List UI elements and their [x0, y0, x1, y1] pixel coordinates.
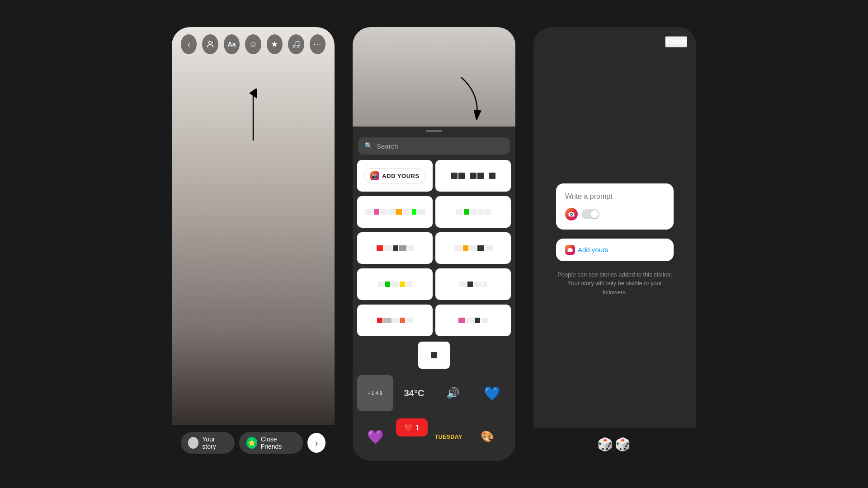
add-yours-link[interactable]: Add yours [565, 245, 665, 255]
tag-person-button[interactable]: + [202, 34, 218, 54]
sticker-quick-bar: ▪ 1 4 9 34°C 🔊 💙 [353, 372, 515, 414]
sticker-item-2[interactable] [357, 196, 433, 228]
camera-icon: 📷 [370, 171, 379, 180]
emoji-button[interactable]: ☺ [245, 34, 261, 54]
header: Done [533, 27, 696, 52]
search-bar[interactable]: 🔍 Search [358, 137, 510, 155]
emoji-icon: ☺ [249, 40, 257, 49]
tuesday-text: TUESDAY [435, 433, 462, 440]
toggle-camera-icon [565, 208, 578, 221]
add-yours-card: Add yours [556, 239, 674, 261]
text-button[interactable]: Aa [224, 34, 240, 54]
temp-sticker[interactable]: 34°C [396, 375, 432, 411]
sticker-item-6[interactable] [357, 268, 433, 300]
like-icon: ❤️ 1 [404, 423, 419, 432]
add-yours-badge: 📷 ADD YOURS [364, 168, 425, 183]
sound-sticker[interactable]: 🔊 [435, 375, 471, 411]
back-button[interactable]: ‹ [181, 34, 197, 54]
done-button[interactable]: Done [665, 36, 687, 47]
avatar [188, 437, 198, 449]
add-yours-sticker[interactable]: 📷 ADD YOURS [357, 160, 433, 192]
graffiti-sticker[interactable]: 🎨 [469, 418, 505, 455]
next-button[interactable]: › [307, 433, 326, 453]
add-camera-icon [565, 245, 575, 255]
sticker-item-4[interactable] [357, 232, 433, 264]
tuesday-sticker[interactable]: TUESDAY [430, 418, 467, 455]
sparkle-icon [270, 40, 278, 48]
svg-text:+: + [212, 41, 213, 43]
toggle-row [565, 208, 665, 221]
heart-sticker[interactable]: 💙 [474, 375, 510, 411]
sticker-sheet: 🔍 Search 📷 ADD YOURS [353, 127, 515, 461]
temp-label: 34°C [404, 388, 425, 399]
sound-label: 🔊 [446, 387, 460, 399]
sparkle-button[interactable] [267, 34, 283, 54]
sticker-item-8[interactable] [357, 305, 433, 336]
heart-2-sticker[interactable]: 💜 [357, 418, 393, 455]
counter-label: ▪ 1 4 9 [368, 390, 382, 396]
loading-sticker [418, 342, 450, 369]
sheet-handle [426, 130, 442, 132]
music-button[interactable] [288, 34, 304, 54]
toggle-switch[interactable] [581, 209, 599, 219]
dice-icon: 🎲🎲 [597, 437, 632, 452]
music-icon [292, 40, 300, 48]
bottom-bar: 🎲🎲 [533, 428, 696, 461]
story-preview [353, 27, 515, 127]
phone-3: Done [533, 27, 696, 461]
close-friends-button[interactable]: ⭐ Close Friends [239, 432, 303, 454]
info-text: People can see stories added to this sti… [556, 270, 674, 297]
text-icon: Aa [228, 41, 236, 48]
close-friends-label: Close Friends [261, 436, 296, 450]
prompt-input[interactable] [565, 192, 665, 201]
graffiti-icon: 🎨 [481, 430, 494, 443]
add-yours-canvas: Add yours People can see stories added t… [533, 52, 696, 428]
sticker-quick-bar-2: 💜 ❤️ 1 TUESDAY 🎨 [353, 416, 515, 457]
your-story-button[interactable]: Your story [181, 432, 235, 454]
your-story-label: Your story [202, 436, 227, 450]
next-icon: › [315, 438, 318, 448]
sticker-item-1[interactable] [435, 160, 511, 192]
add-yours-text: ADD YOURS [382, 173, 419, 179]
back-icon: ‹ [188, 40, 190, 49]
story-canvas [172, 61, 335, 425]
loading-row [353, 338, 515, 372]
arrow-down-annotation [452, 75, 488, 122]
heart-2-icon: 💜 [367, 429, 384, 445]
close-friends-icon: ⭐ [246, 437, 257, 449]
phone-1: ‹ + Aa ☺ ··· [172, 27, 335, 461]
bottom-bar: Your story ⭐ Close Friends › [172, 425, 335, 461]
phone-2: 🔍 Search 📷 ADD YOURS [353, 27, 515, 461]
sticker-grid: 📷 ADD YOURS [353, 160, 515, 338]
heart-label: 💙 [484, 385, 500, 401]
sticker-item-9[interactable] [435, 305, 511, 336]
search-placeholder: Search [377, 142, 398, 150]
arrow-annotation [244, 89, 262, 145]
sticker-item-5[interactable] [435, 232, 511, 264]
sticker-item-7[interactable] [435, 268, 511, 300]
add-yours-text: Add yours [578, 246, 609, 253]
more-icon: ··· [313, 40, 321, 49]
like-sticker[interactable]: ❤️ 1 [396, 418, 428, 436]
search-icon: 🔍 [364, 142, 373, 150]
sticker-item-3[interactable] [435, 196, 511, 228]
counter-sticker[interactable]: ▪ 1 4 9 [357, 375, 393, 411]
more-button[interactable]: ··· [310, 34, 326, 54]
write-prompt-card [556, 183, 674, 230]
person-icon: + [206, 40, 215, 49]
toolbar: ‹ + Aa ☺ ··· [172, 27, 335, 61]
